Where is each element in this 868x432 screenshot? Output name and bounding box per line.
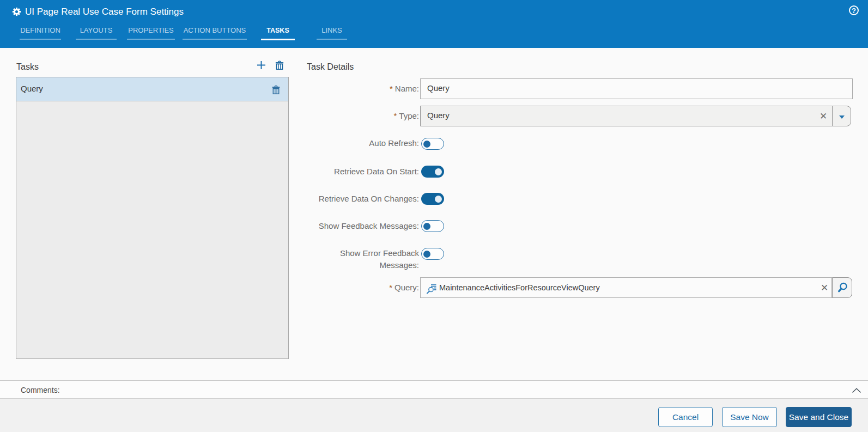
svg-text:?: ? xyxy=(852,7,856,15)
